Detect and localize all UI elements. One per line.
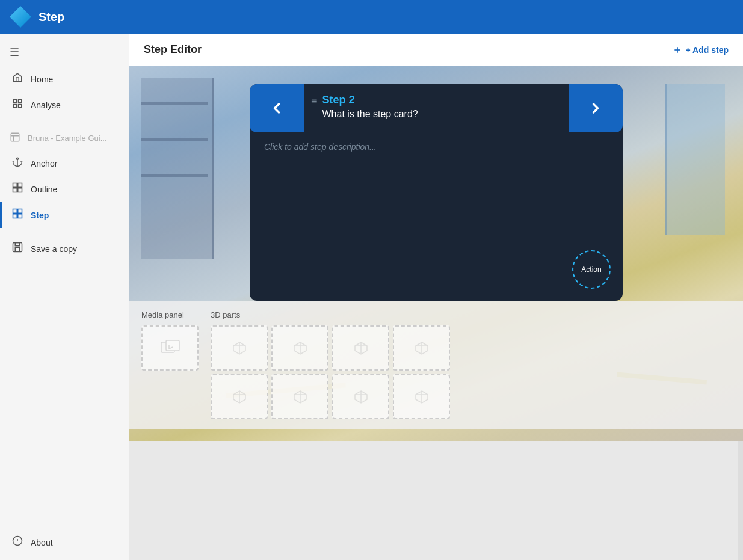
- add-step-label: + Add step: [686, 45, 729, 55]
- svg-rect-12: [18, 188, 22, 192]
- part-cell-5[interactable]: [211, 374, 268, 419]
- sidebar-item-anchor[interactable]: Anchor: [0, 150, 129, 176]
- main-layout: ☰ Home Analyse Bruna - Example Gui...: [0, 34, 743, 560]
- media-panel-group: Media panel: [141, 310, 199, 371]
- svg-rect-15: [13, 214, 17, 218]
- svg-rect-0: [13, 99, 16, 102]
- divider-1: [10, 122, 119, 122]
- sidebar-item-step[interactable]: Step: [0, 202, 129, 228]
- svg-point-7: [17, 158, 19, 159]
- part-cell-6[interactable]: [271, 374, 328, 419]
- part-cell-4[interactable]: [393, 325, 450, 371]
- media-panel-label: Media panel: [141, 310, 199, 319]
- main-content: Step Editor + Add step: [129, 34, 743, 560]
- sidebar-label-about: About: [31, 538, 53, 547]
- divider-2: [10, 232, 119, 232]
- media-panel-grid: [141, 325, 199, 371]
- svg-rect-4: [11, 133, 19, 141]
- top-header: Step: [0, 0, 743, 34]
- prev-step-button[interactable]: [250, 84, 304, 132]
- editor-title: Step Editor: [144, 43, 202, 56]
- sidebar-item-save-copy[interactable]: Save a copy: [0, 236, 129, 262]
- svg-rect-19: [15, 248, 20, 251]
- parts-panel-label: 3D parts: [211, 310, 450, 319]
- svg-rect-3: [19, 105, 22, 108]
- sidebar-label-analyse: Analyse: [31, 100, 61, 110]
- sidebar-item-home[interactable]: Home: [0, 66, 129, 92]
- part-cell-1[interactable]: [211, 325, 268, 371]
- next-step-button[interactable]: [569, 84, 623, 132]
- svg-rect-26: [166, 340, 179, 351]
- editor-canvas: ≡ Step 2 What is the step card?: [129, 66, 743, 560]
- menu-icon[interactable]: ☰: [0, 38, 129, 66]
- part-cell-8[interactable]: [393, 374, 450, 419]
- app-logo: [10, 6, 31, 28]
- svg-rect-10: [18, 183, 22, 188]
- panels-section: Media panel: [129, 301, 743, 429]
- svg-rect-13: [13, 209, 17, 214]
- panels-row: Media panel: [141, 310, 731, 419]
- sidebar-spacer: [0, 262, 129, 529]
- step-description-placeholder: Click to add step description...: [264, 142, 377, 152]
- media-cell-1[interactable]: [141, 325, 199, 371]
- about-icon: [11, 535, 23, 549]
- sidebar-label-save-copy: Save a copy: [31, 244, 77, 254]
- sidebar-label-guide: Bruna - Example Gui...: [28, 134, 107, 143]
- sidebar-item-about[interactable]: About: [0, 529, 129, 555]
- action-label: Action: [581, 265, 601, 274]
- sidebar-label-outline: Outline: [31, 185, 57, 194]
- action-button[interactable]: Action: [572, 250, 611, 289]
- sidebar-label-step: Step: [31, 211, 49, 220]
- step-card-header: ≡ Step 2 What is the step card?: [250, 84, 623, 132]
- sidebar-label-home: Home: [31, 75, 53, 84]
- step-title-row: ≡ Step 2 What is the step card?: [304, 84, 569, 132]
- svg-rect-18: [15, 243, 20, 246]
- sidebar: ☰ Home Analyse Bruna - Example Gui...: [0, 34, 129, 560]
- svg-rect-2: [13, 105, 16, 108]
- step-number: Step 2: [322, 94, 418, 106]
- part-cell-7[interactable]: [332, 374, 389, 419]
- step-list-icon: ≡: [311, 95, 318, 108]
- save-icon: [11, 242, 23, 256]
- parts-panel-grid: [211, 325, 450, 419]
- step-icon: [11, 208, 23, 222]
- step-card: ≡ Step 2 What is the step card?: [250, 84, 623, 301]
- app-title: Step: [39, 10, 64, 24]
- home-icon: [11, 72, 23, 86]
- sidebar-item-guide: Bruna - Example Gui...: [0, 126, 129, 150]
- sidebar-item-analyse[interactable]: Analyse: [0, 92, 129, 118]
- parts-panel-group: 3D parts: [211, 310, 450, 419]
- outline-icon: [11, 182, 23, 196]
- editor-header: Step Editor + Add step: [129, 34, 743, 66]
- svg-rect-11: [13, 188, 17, 192]
- guide-icon: [10, 132, 20, 144]
- sidebar-label-anchor: Anchor: [31, 159, 57, 168]
- svg-rect-9: [13, 183, 17, 188]
- anchor-icon: [11, 156, 23, 170]
- svg-rect-16: [18, 214, 22, 218]
- analyse-icon: [11, 98, 23, 112]
- canvas-background: ≡ Step 2 What is the step card?: [129, 66, 743, 441]
- add-step-button[interactable]: + Add step: [673, 45, 729, 55]
- svg-rect-1: [19, 99, 22, 102]
- part-cell-2[interactable]: [271, 325, 328, 371]
- step-question: What is the step card?: [322, 109, 418, 120]
- part-cell-3[interactable]: [332, 325, 389, 371]
- sidebar-item-outline[interactable]: Outline: [0, 176, 129, 202]
- svg-rect-14: [18, 209, 22, 214]
- step-description[interactable]: Click to add step description...: [250, 132, 623, 241]
